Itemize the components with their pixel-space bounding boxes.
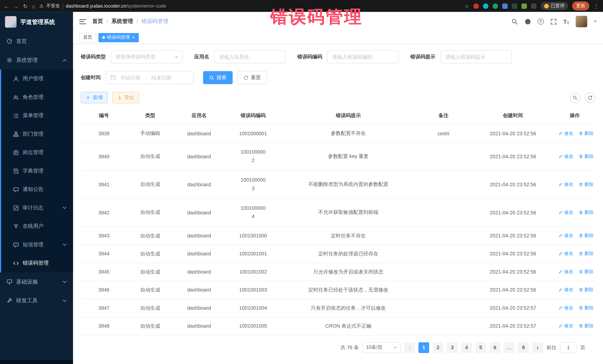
page-size-select[interactable]: 10条/页 bbox=[362, 342, 401, 353]
sidebar-item-dictionary[interactable]: 字典管理 bbox=[0, 162, 73, 180]
sidebar-item-system[interactable]: 系统管理 bbox=[0, 51, 73, 70]
help-icon[interactable]: ? bbox=[537, 18, 544, 24]
fullscreen-icon[interactable] bbox=[550, 18, 557, 25]
sidebar-item-audit-log[interactable]: 审计日志 bbox=[0, 199, 73, 217]
sidebar-item-users[interactable]: 用户管理 bbox=[0, 69, 73, 88]
sidebar-item-error-code[interactable]: 错误码管理 bbox=[0, 254, 73, 272]
profile-paused-button[interactable]: 已暂停 bbox=[541, 2, 568, 10]
sidebar-item-home[interactable]: 首页 bbox=[0, 32, 73, 51]
delete-link[interactable]: 删除 bbox=[579, 130, 593, 137]
breadcrumb-home[interactable]: 首页 bbox=[92, 18, 103, 25]
wrench-icon bbox=[7, 298, 12, 303]
sidebar-item-departments[interactable]: 部门管理 bbox=[0, 125, 73, 143]
extension-icon-leaf[interactable] bbox=[522, 3, 527, 9]
app-name-input[interactable] bbox=[214, 50, 286, 63]
date-range-picker[interactable]: - bbox=[106, 71, 194, 84]
bookmark-star-icon[interactable]: ☆ bbox=[464, 3, 469, 9]
calendar-icon bbox=[110, 75, 116, 80]
start-date-input[interactable] bbox=[118, 75, 143, 80]
delete-link[interactable]: 删除 bbox=[579, 251, 593, 257]
tab-error-code[interactable]: 错误码管理 × bbox=[99, 33, 139, 42]
delete-link[interactable]: 删除 bbox=[579, 287, 593, 293]
sidebar-item-roles[interactable]: 角色管理 bbox=[0, 88, 73, 106]
extension-icon-green[interactable] bbox=[493, 3, 498, 9]
error-msg-input[interactable] bbox=[440, 50, 512, 63]
page-button-4[interactable]: 4 bbox=[461, 342, 472, 353]
end-date-input[interactable] bbox=[149, 75, 174, 80]
back-icon[interactable]: ← bbox=[4, 3, 9, 9]
delete-link[interactable]: 删除 bbox=[579, 210, 593, 216]
toggle-search-button[interactable] bbox=[570, 92, 580, 103]
page-button-8[interactable]: 8 bbox=[518, 342, 529, 353]
edit-link[interactable]: 修改 bbox=[558, 130, 573, 137]
trash-icon bbox=[579, 210, 583, 215]
delete-link[interactable]: 删除 bbox=[579, 305, 593, 311]
sidebar-toggle-icon[interactable] bbox=[79, 19, 86, 24]
refresh-table-button[interactable] bbox=[585, 92, 595, 103]
extensions-puzzle-icon[interactable] bbox=[531, 3, 536, 9]
next-page-button[interactable]: › bbox=[532, 342, 543, 353]
search-icon[interactable] bbox=[511, 18, 518, 25]
edit-link[interactable]: 修改 bbox=[558, 153, 573, 160]
sidebar-item-menus[interactable]: 菜单管理 bbox=[0, 106, 73, 125]
github-icon[interactable] bbox=[524, 18, 531, 25]
user-avatar[interactable] bbox=[576, 16, 587, 27]
search-button[interactable]: 搜索 bbox=[203, 71, 233, 84]
goto-page-input[interactable] bbox=[560, 342, 577, 353]
delete-link[interactable]: 删除 bbox=[579, 269, 593, 275]
font-size-icon[interactable]: TT bbox=[563, 18, 569, 25]
edit-link[interactable]: 修改 bbox=[558, 251, 573, 257]
sidebar-item-label: 错误码管理 bbox=[23, 260, 49, 266]
extension-icon-dark[interactable] bbox=[512, 3, 517, 9]
table-row: 3939 手动编辑 dashboard 1001000001 参数配置不存在 c… bbox=[81, 124, 595, 142]
export-button[interactable]: 导出 bbox=[112, 92, 139, 103]
extension-icon-blue[interactable] bbox=[502, 3, 508, 9]
edit-link[interactable]: 修改 bbox=[558, 305, 573, 311]
reset-button[interactable]: 重置 bbox=[237, 71, 267, 84]
error-type-select[interactable]: 请选择错误码类型 bbox=[111, 50, 183, 63]
breadcrumb-separator: / bbox=[137, 18, 138, 24]
edit-link[interactable]: 修改 bbox=[558, 323, 573, 329]
sidebar-item-positions[interactable]: 岗位管理 bbox=[0, 143, 73, 162]
app-logo[interactable]: 芋道管理系统 bbox=[0, 12, 73, 32]
edit-link[interactable]: 修改 bbox=[558, 181, 573, 188]
page-button-6[interactable]: 6 bbox=[490, 342, 500, 353]
page-button-1[interactable]: 1 bbox=[418, 342, 429, 353]
sidebar-item-infrastructure[interactable]: 基础设施 bbox=[0, 272, 73, 291]
browser-menu-icon[interactable]: ⋮ bbox=[593, 2, 599, 9]
close-icon[interactable]: × bbox=[132, 35, 135, 40]
trash-icon bbox=[579, 154, 583, 158]
extension-icon-teal[interactable] bbox=[483, 3, 488, 9]
edit-link[interactable]: 修改 bbox=[558, 287, 573, 293]
page-button-5[interactable]: 5 bbox=[475, 342, 486, 353]
edit-link[interactable]: 修改 bbox=[558, 232, 573, 239]
pencil-icon bbox=[558, 233, 563, 238]
edit-link[interactable]: 修改 bbox=[558, 210, 573, 216]
sidebar-item-devtools[interactable]: 研发工具 bbox=[0, 291, 73, 310]
delete-link[interactable]: 删除 bbox=[579, 181, 593, 188]
error-code-input[interactable] bbox=[327, 50, 399, 63]
pencil-icon bbox=[558, 182, 563, 187]
delete-link[interactable]: 删除 bbox=[579, 153, 593, 160]
sidebar-item-notice[interactable]: 通知公告 bbox=[0, 180, 73, 199]
edit-link[interactable]: 修改 bbox=[558, 269, 573, 275]
page-button-2[interactable]: 2 bbox=[433, 342, 443, 353]
chrome-update-button[interactable]: 更新 bbox=[572, 1, 589, 10]
sidebar-item-sms[interactable]: 短信管理 bbox=[0, 236, 73, 254]
tab-home[interactable]: 首页 bbox=[79, 33, 96, 42]
prev-page-button[interactable]: ‹ bbox=[404, 342, 415, 353]
sidebar-item-online-users[interactable]: 在线用户 bbox=[0, 217, 73, 235]
forward-icon[interactable]: → bbox=[13, 3, 19, 9]
home-icon[interactable]: ⌂ bbox=[32, 3, 35, 9]
address-bar[interactable]: ⚠ 不安全 dashboard.yudao.iocoder.cn/system/… bbox=[39, 3, 460, 9]
delete-link[interactable]: 删除 bbox=[579, 323, 593, 329]
add-button[interactable]: 新增 bbox=[81, 92, 108, 103]
extension-icon-red[interactable] bbox=[473, 3, 479, 9]
avatar-caret-icon[interactable] bbox=[594, 21, 597, 24]
page-button-3[interactable]: 3 bbox=[447, 342, 458, 353]
breadcrumb-system[interactable]: 系统管理 bbox=[112, 18, 133, 25]
delete-link[interactable]: 删除 bbox=[579, 232, 593, 239]
page-ellipsis[interactable]: ... bbox=[504, 342, 514, 353]
trash-icon bbox=[579, 288, 583, 292]
reload-icon[interactable]: ↻ bbox=[23, 3, 27, 9]
